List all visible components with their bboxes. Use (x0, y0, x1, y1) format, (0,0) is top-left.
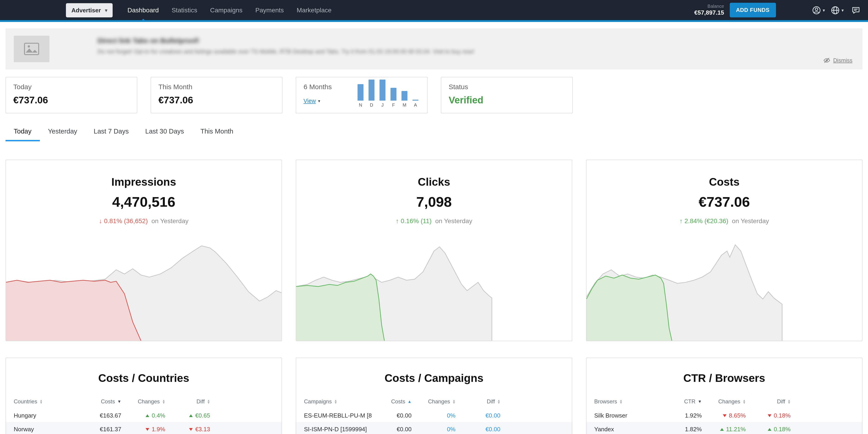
row-diff: €0.00 (486, 426, 500, 432)
column-header-diff[interactable]: Diff (487, 398, 500, 405)
column-header-costs[interactable]: Costs (391, 398, 411, 405)
table-title: Costs / Campaigns (296, 372, 572, 385)
row-change: 0.4% (146, 411, 165, 419)
table-cards-row: Costs / Countries Countries Costs Change… (5, 358, 863, 434)
language-globe-icon[interactable] (831, 5, 840, 15)
change-value: 0% (447, 412, 456, 419)
change-text: 0% (447, 412, 456, 419)
tab-today[interactable]: Today (5, 124, 40, 141)
column-header-label: CTR (684, 398, 695, 405)
impressions-card: Impressions 4,470,516 ↓ 0.81% (36,652) o… (5, 160, 282, 341)
table-row[interactable]: SI-ISM-PN-D [1599994] €0.00 0% €0.00 (296, 422, 572, 434)
trend-triangle-icon (146, 414, 150, 417)
nav-item-statistics[interactable]: Statistics (165, 0, 204, 21)
trend-triangle-icon (768, 414, 771, 417)
ctr-browsers-card: CTR / Browsers Browsers CTR Changes Diff… (586, 358, 863, 434)
row-diff: €3.13 (189, 425, 210, 433)
advertiser-dashboard: Advertiser ▾ Dashboard Statistics Campai… (0, 0, 868, 434)
diff-value: 0.18% (768, 426, 790, 433)
column-header-campaigns[interactable]: Campaigns (304, 398, 373, 405)
column-header-ctr[interactable]: CTR (684, 398, 702, 405)
nav-item-marketplace[interactable]: Marketplace (290, 0, 338, 21)
trend-triangle-icon (768, 428, 771, 431)
month-column: D (368, 79, 375, 107)
row-name: ES-EUM-REBLL-PU-M [8 (304, 412, 373, 419)
table-header-row: Browsers CTR Changes Diff (586, 395, 862, 408)
sort-icon (497, 399, 500, 404)
costs-area-chart (586, 236, 862, 341)
card-value: €737.06 (158, 95, 275, 106)
metric-change-suffix: on Yesterday (435, 217, 472, 225)
nav-item-payments[interactable]: Payments (249, 0, 290, 21)
month-bar (412, 100, 418, 101)
clicks-area-chart (296, 236, 572, 341)
table-row[interactable]: Yandex 1.82% 11.21% 0.18% (586, 422, 862, 434)
column-header-changes[interactable]: Changes (428, 398, 456, 405)
month-column: F (390, 88, 397, 107)
tab-last-30-days[interactable]: Last 30 Days (137, 124, 192, 141)
summary-cards-row: Today €737.06 This Month €737.06 6 Month… (5, 77, 863, 113)
column-header-browsers[interactable]: Browsers (594, 398, 663, 405)
diff-value: €0.00 (486, 426, 500, 432)
six-months-left: 6 Months View ▾ (304, 83, 332, 107)
column-header-diff[interactable]: Diff (197, 398, 210, 405)
column-header-label: Changes (718, 398, 740, 405)
change-value: 11.21% (720, 426, 746, 433)
user-avatar-icon[interactable] (812, 5, 821, 15)
balance: Balance €57,897.15 (694, 3, 724, 17)
column-header-changes[interactable]: Changes (138, 398, 165, 405)
row-value: €163.67 (100, 412, 121, 419)
metric-change-row: ↑ 2.84% (€20.36) on Yesterday (586, 217, 862, 225)
trend-arrow-icon: ↑ (680, 217, 683, 225)
diff-text: 0.18% (774, 426, 790, 433)
tab-last-7-days[interactable]: Last 7 Days (85, 124, 137, 141)
column-header-countries[interactable]: Countries (14, 398, 83, 405)
column-header-label: Countries (14, 398, 37, 405)
caret-down-icon[interactable]: ▾ (841, 7, 844, 12)
change-value: 8.65% (723, 412, 746, 419)
status-badge: Verified (448, 95, 565, 106)
dismiss-button[interactable]: Dismiss (823, 57, 852, 64)
month-bar (402, 91, 407, 101)
row-change: 11.21% (720, 425, 746, 433)
metric-value: 7,098 (296, 194, 572, 210)
clicks-card: Clicks 7,098 ↑ 0.16% (11) on Yesterday (296, 160, 572, 341)
caret-down-icon[interactable]: ▾ (823, 7, 825, 12)
announcement-banner: Direct link Tabs on Bulletproof! Do not … (5, 28, 863, 69)
change-value: 1.9% (146, 426, 165, 433)
nav-item-campaigns[interactable]: Campaigns (204, 0, 249, 21)
column-header-diff[interactable]: Diff (777, 398, 790, 405)
table-row[interactable]: Silk Browser 1.92% 8.65% 0.18% (586, 408, 862, 422)
add-funds-button[interactable]: ADD FUNDS (730, 3, 776, 18)
row-name: Norway (14, 426, 83, 432)
column-header-label: Diff (777, 398, 785, 405)
month-label: J (381, 102, 384, 107)
tab-this-month[interactable]: This Month (192, 124, 242, 141)
month-column: J (379, 79, 386, 107)
table-row[interactable]: Norway €161.37 1.9% €3.13 (6, 422, 282, 434)
column-header-label: Costs (391, 398, 405, 405)
diff-text: 0.18% (774, 412, 790, 419)
role-selector-button[interactable]: Advertiser ▾ (66, 3, 113, 17)
trend-triangle-icon (723, 414, 726, 417)
sort-icon (452, 399, 456, 404)
metric-change-row: ↓ 0.81% (36,652) on Yesterday (6, 217, 282, 225)
nav-item-dashboard[interactable]: Dashboard (121, 0, 165, 21)
month-label: M (403, 102, 406, 107)
table-row[interactable]: Hungary €163.67 0.4% €0.65 (6, 408, 282, 422)
metric-change: ↑ 0.16% (11) (396, 217, 433, 225)
tab-yesterday[interactable]: Yesterday (40, 124, 85, 141)
column-header-changes[interactable]: Changes (718, 398, 746, 405)
column-header-costs[interactable]: Costs (101, 398, 121, 405)
chat-icon[interactable] (851, 5, 861, 15)
banner-text: Direct link Tabs on Bulletproof! Do not … (97, 36, 474, 55)
six-months-card: 6 Months View ▾ NDJFMA (296, 77, 428, 113)
sort-icon (619, 399, 623, 404)
banner-image-placeholder (14, 36, 50, 62)
view-link[interactable]: View ▾ (304, 98, 320, 104)
table-row[interactable]: ES-EUM-REBLL-PU-M [8 €0.00 0% €0.00 (296, 408, 572, 422)
banner-body-blurred: Do not forget! Opt-in for creatives and … (97, 48, 474, 55)
table-title: Costs / Countries (6, 372, 282, 385)
status-card: Status Verified (441, 77, 573, 113)
month-column: A (412, 100, 419, 107)
